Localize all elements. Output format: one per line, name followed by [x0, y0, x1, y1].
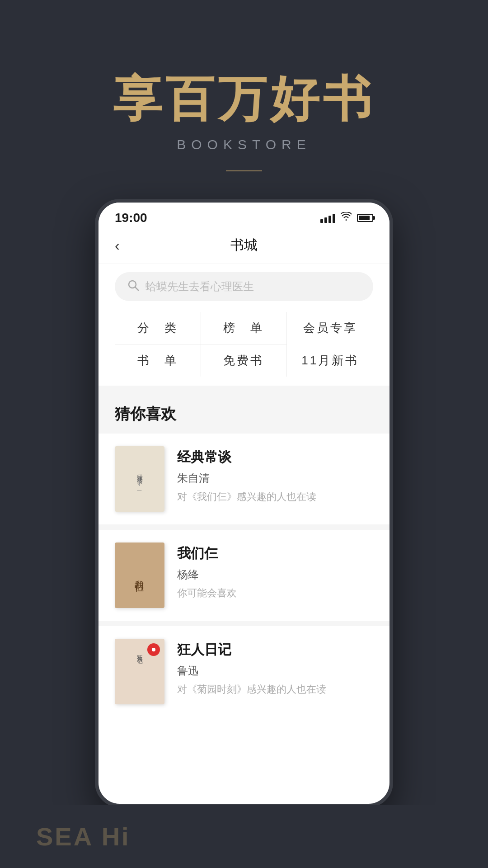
signal-bar-1 [320, 219, 323, 223]
book-cover-2: 狂人日记 [115, 639, 164, 704]
battery-icon [357, 214, 373, 222]
signal-bar-4 [333, 214, 335, 223]
wifi-icon [341, 212, 352, 224]
book-title-2: 狂人日记 [177, 641, 373, 659]
book-info-0: 经典常谈 朱自清 对《我们仨》感兴趣的人也在读 [177, 446, 373, 504]
category-item-4[interactable]: 免费书 [201, 344, 287, 377]
svg-line-1 [135, 287, 138, 290]
category-grid: 分 类 榜 单 会员专享 书 单 免费书 11月新书 [99, 307, 389, 386]
status-time: 19:00 [115, 211, 147, 225]
signal-icon [320, 213, 335, 223]
nav-bar: ‹ 书城 [99, 231, 389, 264]
category-item-1[interactable]: 榜 单 [201, 312, 287, 344]
search-placeholder: 蛤蟆先生去看心理医生 [145, 279, 254, 294]
book-info-1: 我们仨 杨绛 你可能会喜欢 [177, 542, 373, 600]
category-item-5[interactable]: 11月新书 [287, 344, 373, 377]
status-icons [320, 212, 373, 224]
rec-header: 猜你喜欢 [99, 390, 389, 434]
book-cover-1: 我们仨 [115, 542, 164, 608]
book-title-1: 我们仨 [177, 544, 373, 563]
book-list: 经典常谈 一 经典常谈 朱自清 对《我们仨》感兴趣的人也在读 我们仨 [99, 434, 389, 717]
search-container: 蛤蟆先生去看心理医生 [99, 264, 389, 307]
book-author-0: 朱自清 [177, 471, 373, 486]
signal-bar-2 [324, 217, 327, 223]
app-subtitle: BOOKSTORE [177, 137, 311, 152]
book-desc-2: 对《菊园时刻》感兴趣的人也在读 [177, 683, 373, 696]
back-button[interactable]: ‹ [115, 238, 120, 253]
app-header: 享百万好书 BOOKSTORE [0, 0, 488, 217]
book-title-0: 经典常谈 [177, 448, 373, 467]
cover-badge [147, 643, 160, 656]
book-item-1[interactable]: 我们仨 我们仨 杨绛 你可能会喜欢 [99, 530, 389, 621]
book-cover-0: 经典常谈 一 [115, 446, 164, 512]
search-icon [127, 279, 139, 294]
book-author-2: 鲁迅 [177, 664, 373, 678]
app-title: 享百万好书 [113, 73, 375, 127]
phone-mockup: 19:00 [95, 199, 393, 807]
header-divider [226, 170, 262, 171]
book-info-2: 狂人日记 鲁迅 对《菊园时刻》感兴趣的人也在读 [177, 639, 373, 696]
category-item-0[interactable]: 分 类 [115, 312, 201, 344]
bottom-area: SEA Hi [0, 805, 488, 868]
book-author-1: 杨绛 [177, 567, 373, 582]
category-item-3[interactable]: 书 单 [115, 344, 201, 377]
book-item-2[interactable]: 狂人日记 狂人日记 鲁迅 对《菊园时刻》感兴趣的人也在读 [99, 626, 389, 717]
book-desc-1: 你可能会喜欢 [177, 586, 373, 600]
section-divider [99, 386, 389, 390]
book-desc-0: 对《我们仨》感兴趣的人也在读 [177, 490, 373, 504]
signal-bar-3 [328, 216, 331, 223]
category-item-2[interactable]: 会员专享 [287, 312, 373, 344]
battery-fill [359, 216, 370, 220]
book-item-0[interactable]: 经典常谈 一 经典常谈 朱自清 对《我们仨》感兴趣的人也在读 [99, 434, 389, 524]
status-bar: 19:00 [99, 203, 389, 231]
page-title: 书城 [230, 236, 258, 255]
recommendation-section: 猜你喜欢 经典常谈 一 经典常谈 朱自清 [99, 390, 389, 717]
search-bar[interactable]: 蛤蟆先生去看心理医生 [115, 272, 373, 301]
sea-hi-label: SEA Hi [36, 822, 131, 851]
rec-title: 猜你喜欢 [115, 405, 176, 422]
